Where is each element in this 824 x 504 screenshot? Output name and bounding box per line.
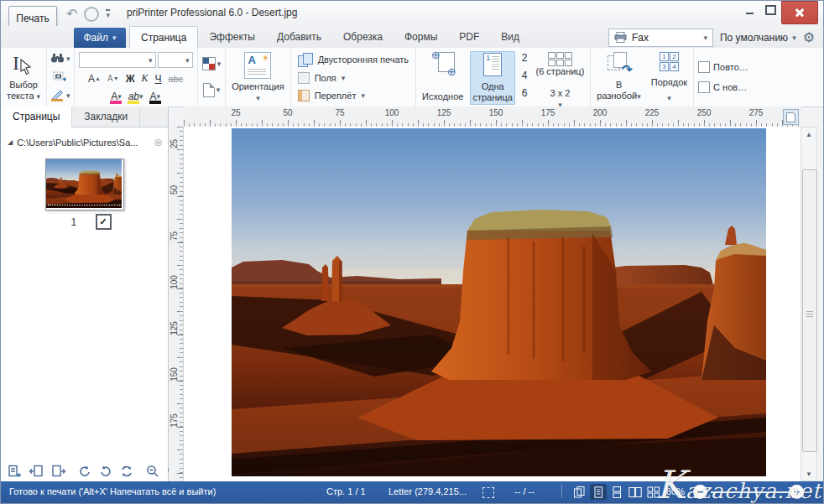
view-multipage-button[interactable]	[571, 484, 588, 500]
zoom-out-button[interactable]	[146, 465, 159, 478]
desert-photo	[232, 128, 766, 476]
shrink-font-button[interactable]: A▼	[105, 70, 122, 86]
find-button[interactable]: ▾	[50, 53, 70, 64]
measure-button[interactable]: ▾	[50, 90, 70, 101]
document-tree-item[interactable]: ◢ C:\Users\Public\Pictures\Sa... ⊗	[1, 127, 168, 153]
profile-select[interactable]: По умолчанию ▾	[720, 32, 796, 44]
insert-before-button[interactable]	[29, 465, 44, 478]
toolbar-options-icon[interactable]: ▾	[106, 9, 110, 18]
tab-pages[interactable]: Страницы	[1, 107, 72, 127]
binding-button[interactable]: Переплёт ▾	[298, 90, 365, 101]
grow-font-button[interactable]: A▲	[86, 70, 103, 86]
printer-select[interactable]: Fax ▾	[608, 29, 713, 47]
tab-page[interactable]: Страница	[129, 26, 198, 49]
original-layout-button[interactable]: ⊕ ⊕ Исходное	[420, 51, 465, 103]
scrollbar-thumb[interactable]	[802, 169, 817, 452]
font-family-combo[interactable]: ▾	[79, 52, 156, 68]
six-pages-button[interactable]: (6 страниц) 3 x 2 ▾	[535, 51, 587, 103]
rotate-180-button[interactable]	[120, 465, 133, 478]
scroll-up-icon[interactable]: ▲	[801, 127, 816, 141]
text-eraser-button[interactable]: A ▾	[108, 88, 124, 104]
font-size-combo[interactable]: ▾	[158, 52, 193, 68]
tab-effects[interactable]: Эффекты	[198, 26, 266, 48]
highlight-button[interactable]: ab ▾	[126, 88, 146, 104]
eraser-color-bar	[110, 101, 122, 104]
group-order: ↷ В разнобой▾ 12 34 Порядок ▾	[591, 48, 694, 107]
rotate-cw-button[interactable]	[78, 465, 91, 478]
tab-bookmarks[interactable]: Закладки	[72, 107, 140, 127]
tab-forms[interactable]: Формы	[394, 26, 448, 48]
printer-name: Fax	[632, 32, 698, 44]
view-single-page-button[interactable]	[590, 484, 607, 500]
thumbnail-margin-line	[48, 205, 122, 205]
tab-insert[interactable]: Добавить	[266, 26, 332, 48]
chevron-down-icon: ▾	[66, 55, 70, 63]
strikethrough-button[interactable]: abc	[165, 70, 185, 86]
select-text-button[interactable]: I Выбор текста ▾	[5, 51, 42, 103]
pages-panel: Страницы Закладки ◢ C:\Users\Public\Pict…	[1, 107, 169, 481]
tab-pdf[interactable]: PDF	[448, 26, 490, 48]
font-color-button[interactable]: A ▾	[148, 88, 164, 104]
ruler-label: 250	[691, 108, 717, 117]
new-page-checkbox[interactable]: С нов…	[698, 80, 747, 95]
vertical-ruler[interactable]: 25 50 75 100 125 150 175	[169, 127, 184, 481]
page-setup-icon[interactable]	[783, 109, 799, 125]
chevron-down-icon: ▾	[256, 94, 260, 102]
snapshot-button[interactable]	[53, 71, 67, 83]
chevron-down-icon: ▾	[157, 92, 161, 101]
view-continuous-button[interactable]	[608, 484, 625, 500]
add-page-button[interactable]	[8, 465, 22, 478]
shrink-font-label: A	[107, 74, 113, 83]
undo-icon[interactable]: ↶	[66, 6, 77, 22]
preset-6[interactable]: 6	[522, 87, 528, 99]
tab-view[interactable]: Вид	[490, 26, 530, 48]
redo-icon[interactable]	[84, 7, 99, 22]
close-button[interactable]	[781, 1, 818, 24]
tree-expand-icon[interactable]: ◢	[8, 138, 13, 146]
underline-button[interactable]: Ч	[152, 70, 164, 86]
preset-4[interactable]: 4	[522, 70, 528, 81]
zoom-slider[interactable]	[711, 491, 790, 493]
duplex-button[interactable]: Двусторонняя печать	[298, 53, 409, 66]
page-presets: 2 4 6	[520, 51, 529, 100]
preset-2[interactable]: 2	[522, 52, 528, 64]
status-paper-size[interactable]: Letter (279.4,215...	[389, 486, 467, 496]
orientation-button[interactable]: A☀ Ориентация ▾	[230, 51, 285, 103]
page-preview[interactable]	[184, 127, 802, 481]
status-page-indicator[interactable]: Стр. 1 / 1	[326, 486, 366, 496]
paper-button[interactable]: ▾	[203, 83, 221, 97]
page-checkbox[interactable]: ✓	[96, 214, 112, 230]
italic-button[interactable]: К	[138, 70, 150, 86]
minimize-button[interactable]	[739, 1, 760, 18]
tab-crop[interactable]: Обрезка	[332, 26, 394, 48]
file-menu-button[interactable]: Файл ▾	[74, 28, 126, 48]
select-text-label: Выбор текста	[7, 80, 38, 101]
maximize-button[interactable]	[760, 1, 781, 18]
view-facing-button[interactable]	[627, 484, 644, 500]
zoom-in-button[interactable]: +	[790, 485, 804, 499]
bold-button[interactable]: Ж	[123, 70, 138, 86]
ruler-label: 125	[169, 316, 182, 341]
highlight-color-bar	[128, 101, 139, 104]
shuffle-button[interactable]: ↷ В разнобой▾	[595, 51, 642, 103]
scroll-down-icon[interactable]: ▼	[801, 467, 816, 481]
selection-icon[interactable]	[482, 487, 494, 498]
rotate-ccw-button[interactable]	[99, 465, 112, 478]
one-label: 1	[486, 54, 490, 62]
repeat-checkbox[interactable]: Повто…	[698, 60, 748, 75]
zoom-out-button[interactable]: −	[693, 485, 707, 499]
zoom-level: 80%	[666, 486, 685, 496]
vertical-scrollbar[interactable]: ▲ ▼	[801, 127, 817, 481]
gear-icon[interactable]: ⚙	[803, 31, 815, 44]
margins-button[interactable]: Поля ▾	[298, 72, 346, 84]
thumbnail-meta: 1 ✓	[46, 214, 123, 230]
page-thumbnail[interactable]	[45, 158, 124, 210]
view-thumbnails-button[interactable]	[645, 484, 662, 500]
app-window: Печать ↶ ▾ priPrinter Professional 6.0 -…	[0, 0, 824, 504]
close-document-icon[interactable]: ⊗	[154, 136, 163, 148]
horizontal-ruler[interactable]: 25 50 75 100 125 150 175 200 225 250 275	[184, 107, 802, 127]
order-button[interactable]: 12 34 Порядок ▾	[649, 51, 689, 103]
page-color-button[interactable]: ▾	[202, 57, 222, 70]
insert-after-button[interactable]	[51, 465, 65, 478]
one-page-button[interactable]: 1 Одна страница	[470, 51, 514, 105]
